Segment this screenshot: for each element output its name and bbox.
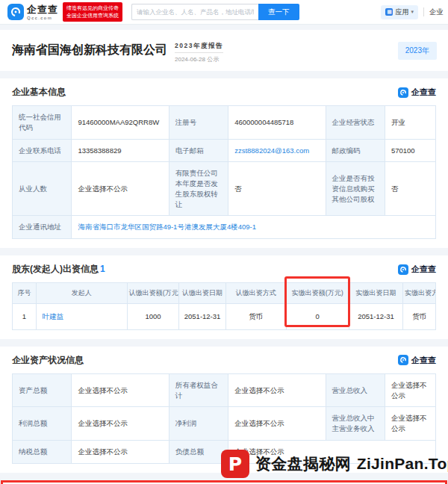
- field-value: 企业选择不公示: [72, 373, 169, 407]
- zijinpan-watermark: P 资金盘揭秘网 ZiJinPan.Top: [221, 450, 448, 478]
- field-label: 统一社会信用代码: [13, 106, 72, 140]
- field-value: zzst8882024@163.com: [228, 139, 326, 162]
- field-label: 净利润: [169, 407, 228, 441]
- zijinpan-site-name: 资金盘揭秘网: [255, 453, 351, 474]
- field-value: 开业: [385, 106, 435, 140]
- qcc-logo-icon: [398, 355, 408, 365]
- publish-date: 2024-06-28 公示: [175, 55, 223, 63]
- qcc-logo-icon: [7, 4, 24, 20]
- field-label: 纳税总额: [13, 441, 72, 464]
- field-value: 460000004485718: [228, 106, 326, 140]
- qcc-logo-icon: [398, 87, 408, 98]
- cell-founder: 叶建益: [36, 304, 127, 330]
- app-menu-label: 应用: [395, 7, 408, 17]
- address-link[interactable]: 海南省海口市龙华区国贸路49-1号港澳发展大厦4楼409-1: [78, 223, 256, 231]
- slogan-line2: 全国企业信用查询系统: [66, 12, 119, 19]
- field-value: 海南省海口市龙华区国贸路49-1号港澳发展大厦4楼409-1: [72, 216, 436, 239]
- app-menu[interactable]: ▦ 应用 ▾: [381, 5, 418, 19]
- field-value: 企业选择不公示: [72, 162, 169, 216]
- section-social-insurance: 社保信息 企查查 城镇职工基本养老保险 0人 职工基本医疗保险 0人: [1, 480, 447, 484]
- email-link[interactable]: zzst8882024@163.com: [234, 146, 309, 155]
- table-header-row: 序号 发起人 认缴出资额(万元) 认缴出资日期 认缴出资方式 实缴出资额(万元)…: [13, 283, 436, 304]
- table-row: 统一社会信用代码 91460000MAA92QRR8W 注册号 46000000…: [13, 106, 436, 140]
- report-title: 2023年度报告: [175, 42, 223, 53]
- field-label: 负债总额: [169, 441, 228, 464]
- qcc-watermark-logo: 企查查: [398, 264, 436, 275]
- company-name: 海南省国海创新科技有限公司: [12, 43, 167, 58]
- field-label: 企业是否有投资信息或购买其他公司股权: [326, 162, 385, 216]
- title-bar: 海南省国海创新科技有限公司 2023年度报告 2024-06-28 公示 202…: [0, 30, 448, 71]
- basic-info-table: 统一社会信用代码 91460000MAA92QRR8W 注册号 46000000…: [12, 105, 436, 239]
- column-header: 序号: [13, 283, 37, 304]
- field-value: 企业选择不公示: [72, 407, 169, 441]
- cell-seq: 1: [13, 304, 37, 330]
- chevron-down-icon: ▾: [411, 9, 414, 15]
- field-label: 营业总收入: [326, 373, 385, 407]
- cell-subscribed-amount: 1000: [127, 304, 179, 330]
- column-header: 实缴出资额(万元): [286, 283, 349, 304]
- shareholders-table: 序号 发起人 认缴出资额(万元) 认缴出资日期 认缴出资方式 实缴出资额(万元)…: [12, 282, 436, 330]
- zijinpan-logo-icon: P: [221, 450, 249, 478]
- report-meta: 2023年度报告 2024-06-28 公示: [175, 37, 223, 63]
- qcc-logo-icon: [398, 264, 408, 275]
- qcc-watermark-text: 企查查: [411, 264, 436, 275]
- table-row: 利润总额 企业选择不公示 净利润 企业选择不公示 营业总收入中主营业务收入 企业…: [13, 407, 436, 441]
- topbar-right: ▦ 应用 ▾ 企业: [381, 5, 444, 19]
- slogan-badge: 缔造有远见的商业传奇 全国企业信用查询系统: [63, 2, 122, 22]
- search-button[interactable]: 查一下: [258, 4, 299, 20]
- field-value: 企业选择不公示: [385, 407, 435, 441]
- field-value: 企业选择不公示: [228, 407, 326, 441]
- section-title: 股东(发起人)出资信息: [12, 264, 99, 274]
- table-row: 从业人数 企业选择不公示 有限责任公司本年度是否发生股东股权转让 否 企业是否有…: [13, 162, 436, 216]
- table-row: 1 叶建益 1000 2051-12-31 货币 0 2051-12-31 货币: [13, 304, 436, 330]
- field-label: 企业联系电话: [13, 139, 72, 162]
- field-label: 企业通讯地址: [13, 216, 72, 239]
- field-label: 资产总额: [13, 373, 72, 407]
- field-value: 企业选择不公示: [72, 441, 169, 464]
- field-label: 所有者权益合计: [169, 373, 228, 407]
- column-header: 实缴出资日期: [349, 283, 403, 304]
- field-value: 13358388829: [72, 139, 169, 162]
- field-value: 企业选择不公示: [385, 373, 435, 407]
- cell-paid-date: 2051-12-31: [349, 304, 403, 330]
- field-value: 否: [228, 162, 326, 216]
- table-row: 企业通讯地址 海南省海口市龙华区国贸路49-1号港澳发展大厦4楼409-1: [13, 216, 436, 239]
- cell-subscribed-date: 2051-12-31: [179, 304, 225, 330]
- zijinpan-site-url: ZiJinPan.Top: [357, 455, 448, 473]
- topbar: 企查查 Qcc.com 缔造有远见的商业传奇 全国企业信用查询系统 查一下 ▦ …: [0, 0, 448, 25]
- app-grid-icon: ▦: [385, 8, 393, 16]
- field-label: 企业经营状态: [326, 106, 385, 140]
- cell-subscribed-method: 货币: [225, 304, 286, 330]
- divider: [423, 7, 424, 16]
- qcc-watermark-text: 企查查: [411, 355, 436, 366]
- search-bar: 查一下: [131, 4, 299, 20]
- section-basic-info: 企业基本信息 企查查 统一社会信用代码 91460000MAA92QRR8W 注…: [0, 78, 448, 248]
- qcc-watermark-text: 企查查: [411, 87, 436, 98]
- section-title: 企业基本信息: [12, 86, 66, 99]
- section-shareholders: 股东(发起人)出资信息1 企查查 序号 发起人: [0, 255, 448, 339]
- table-row: 企业联系电话 13358388829 电子邮箱 zzst8882024@163.…: [13, 139, 436, 162]
- section-title: 企业资产状况信息: [12, 354, 84, 367]
- qcc-logo[interactable]: 企查查 Qcc.com: [7, 4, 58, 20]
- qcc-watermark-logo: 企查查: [398, 355, 436, 366]
- shareholder-count: 1: [100, 264, 105, 274]
- column-header: 认缴出资日期: [179, 283, 225, 304]
- brand-name: 企查查: [27, 4, 58, 14]
- column-header: 认缴出资额(万元): [127, 283, 179, 304]
- shareholder-link[interactable]: 叶建益: [43, 312, 64, 320]
- field-label: 利润总额: [13, 407, 72, 441]
- nav-item-enterprise[interactable]: 企业: [429, 7, 444, 17]
- cell-paid-method: 货币: [403, 304, 436, 330]
- qcc-watermark-logo: 企查查: [398, 87, 436, 98]
- field-label: 邮政编码: [326, 139, 385, 162]
- field-value: 570100: [385, 139, 435, 162]
- slogan-line1: 缔造有远见的商业传奇: [66, 4, 119, 12]
- brand-domain: Qcc.com: [27, 16, 58, 20]
- field-label: 电子邮箱: [169, 139, 228, 162]
- year-tab-2023[interactable]: 2023年: [398, 42, 437, 60]
- search-input[interactable]: [131, 4, 258, 20]
- field-label: 有限责任公司本年度是否发生股东股权转让: [169, 162, 228, 216]
- column-header: 认缴出资方式: [225, 283, 286, 304]
- field-value: 企业选择不公示: [228, 373, 326, 407]
- field-value: 91460000MAA92QRR8W: [72, 106, 169, 140]
